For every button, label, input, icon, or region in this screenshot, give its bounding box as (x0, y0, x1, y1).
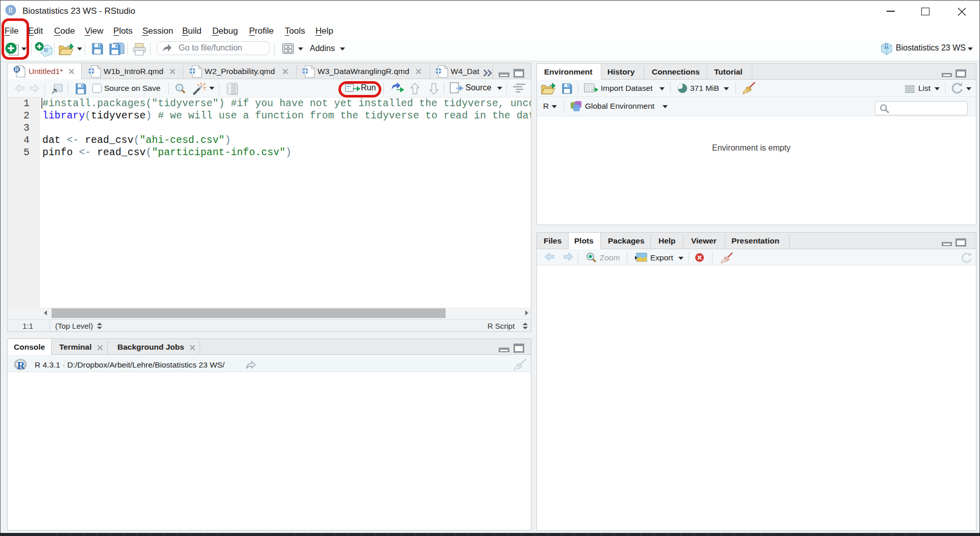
svg-text:R: R (17, 359, 25, 372)
svg-text:R: R (8, 7, 13, 14)
svg-text:R: R (884, 43, 889, 51)
svg-text:R: R (15, 66, 19, 72)
svg-text:R: R (44, 46, 48, 54)
